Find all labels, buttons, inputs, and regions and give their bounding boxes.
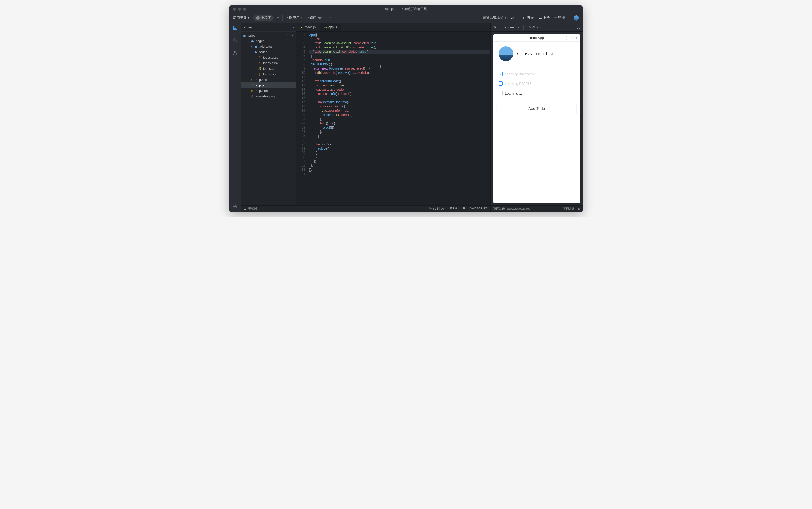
phone-icon: ▢	[523, 16, 526, 20]
linked-app-value[interactable]: 小程序Demo	[306, 15, 326, 20]
checkbox-icon[interactable]: ✓	[498, 72, 503, 76]
refresh-icon[interactable]: ⟳	[511, 15, 514, 20]
compile-mode-selector[interactable]: 普通编译模式 ▼	[483, 15, 507, 20]
checkbox-icon[interactable]: ✓	[498, 81, 503, 86]
code-area[interactable]: 1234567891011121314151617181920212223242…	[296, 32, 490, 205]
checkbox-icon[interactable]: ✓	[498, 91, 503, 95]
minimize-dot[interactable]	[238, 8, 241, 10]
language[interactable]: JAVASCRIPT	[470, 207, 487, 211]
page-params[interactable]: 页面参数	[563, 207, 575, 211]
file-app-json[interactable]: {}app.json	[241, 88, 296, 94]
tab-todos-js[interactable]: JStodos.js	[296, 23, 320, 31]
folder-icon: 🖿	[255, 50, 258, 54]
svg-point-2	[235, 206, 236, 207]
json-file-icon: {}	[251, 89, 254, 92]
upload-button[interactable]: ☁ 上传	[538, 15, 550, 20]
box-icon: ▣	[243, 34, 246, 37]
preview-button[interactable]: ▢ 预览	[523, 15, 534, 20]
chevron-down-icon: ▼	[277, 16, 279, 19]
file-todos-axml[interactable]: ◇todos.axml	[241, 60, 296, 66]
device-screen: Todo App ⋯ ◎ Chris's Todo List ✓Learning…	[493, 34, 580, 203]
menu-icon[interactable]: ⋯	[566, 36, 572, 40]
close-dot[interactable]	[233, 8, 236, 10]
zoom-selector[interactable]: 100% ▼	[527, 26, 539, 29]
todos-list: ✓Learning Javascript✓Learning ES2016✓Lea…	[497, 69, 576, 98]
linked-app-label: 关联应用：	[286, 15, 303, 20]
titlebar: app.js —— 小程序开发者工具	[229, 5, 583, 13]
profile-avatar	[498, 46, 513, 61]
file-app-acss[interactable]: #app.acss	[241, 77, 296, 82]
todo-item[interactable]: ✓Learning ...	[497, 89, 576, 98]
document-icon: ▤	[554, 16, 557, 20]
json-file-icon: {}	[258, 73, 262, 76]
js-icon: JS	[300, 26, 303, 29]
cloud-upload-icon: ☁	[538, 16, 542, 20]
details-button[interactable]: ▤ 详情	[554, 15, 565, 20]
tree-root[interactable]: ▣ todos⟳＋	[241, 33, 296, 38]
file-tree: ▣ todos⟳＋▾🖿pages▸🖿add-todo▾🖿todos#todos.…	[241, 32, 296, 205]
preview-settings-icon[interactable]: ⚙	[493, 26, 496, 29]
new-file-icon[interactable]: ＋	[291, 33, 294, 38]
preview-panel: ⚙ iPhone 6 ▼ 100% ▼ ⛶ Todo App ⋯ ◎	[490, 23, 583, 212]
folder-icon: 🖿	[255, 45, 258, 48]
eol[interactable]: LF	[462, 207, 465, 211]
file-snapshot-png[interactable]: ▢snapshot.png	[241, 94, 296, 99]
sidebar-title: Project	[243, 26, 253, 29]
code-content[interactable]: App({ todos: [ { text: 'Learning Javascr…	[307, 32, 490, 205]
app-window: app.js —— 小程序开发者工具 应用类型： 小程序 ▼ 关联应用： 小程序…	[229, 5, 583, 212]
js-icon: JS	[324, 26, 327, 29]
chevron-right-icon: ›	[330, 16, 331, 19]
tab-app-js[interactable]: JSapp.js	[320, 23, 342, 31]
css-file-icon: #	[251, 78, 254, 81]
window-title: app.js —— 小程序开发者工具	[385, 7, 427, 11]
todo-item[interactable]: ✓Learning ES2016	[497, 79, 576, 89]
file-todos[interactable]: ▾🖿todos	[241, 49, 296, 55]
toolbar: 应用类型： 小程序 ▼ 关联应用： 小程序Demo › 普通编译模式 ▼ ⟳ ▢…	[229, 13, 583, 23]
encoding[interactable]: UTF-8	[449, 207, 457, 211]
file-pages[interactable]: ▾🖿pages	[241, 38, 296, 44]
file-app-js[interactable]: JSapp.js	[241, 82, 296, 88]
file-add-todo[interactable]: ▸🖿add-todo	[241, 44, 296, 49]
page-route[interactable]: 页面路径 pages/todos/todos	[493, 207, 530, 211]
beaker-icon[interactable]	[232, 50, 238, 56]
js-file-icon: JS	[251, 84, 254, 87]
explorer-icon[interactable]	[232, 25, 238, 31]
editor-status-bar: 行 5，列 26 UTF-8 LF JAVASCRIPT	[296, 205, 490, 212]
editor: JStodos.jsJSapp.js 123456789101112131415…	[296, 23, 490, 212]
todo-item[interactable]: ✓Learning Javascript	[497, 69, 576, 79]
html-file-icon: ◇	[258, 62, 262, 65]
cursor-position[interactable]: 行 5，列 26	[429, 207, 444, 211]
device-selector[interactable]: iPhone 6 ▼	[504, 26, 520, 29]
text-cursor-icon: I	[380, 64, 381, 68]
add-todo-button[interactable]: Add Todo	[497, 103, 576, 113]
gutter: 1234567891011121314151617181920212223242…	[296, 32, 307, 205]
app-type-selector[interactable]: 小程序	[253, 15, 274, 21]
list-title: Chris's Todo List	[517, 51, 553, 57]
collapse-icon[interactable]: ⇥	[291, 26, 294, 29]
file-todos-json[interactable]: {}todos.json	[241, 71, 296, 77]
file-todos-js[interactable]: JStodos.js	[241, 66, 296, 71]
gear-icon[interactable]	[232, 203, 238, 209]
file-todos-acss[interactable]: #todos.acss	[241, 55, 296, 60]
css-file-icon: #	[258, 56, 262, 59]
close-circle-icon[interactable]: ◎	[573, 36, 578, 40]
sidebar: Project ⇥ ▣ todos⟳＋▾🖿pages▸🖿add-todo▾🖿to…	[241, 23, 296, 212]
svg-point-1	[234, 39, 236, 41]
js-file-icon: JS	[258, 67, 262, 70]
refresh-icon[interactable]: ⟳	[286, 33, 289, 38]
user-avatar[interactable]	[574, 15, 579, 21]
folder-icon: 🖿	[251, 39, 254, 43]
activity-bar	[229, 23, 241, 212]
img-file-icon: ▢	[251, 95, 254, 98]
editor-tabs: JStodos.jsJSapp.js	[296, 23, 490, 32]
app-header-title: Todo App	[529, 36, 544, 40]
preview-expand-icon[interactable]: ⛶	[577, 26, 580, 29]
debugger-toggle[interactable]: ☰调试器	[244, 207, 257, 211]
search-icon[interactable]	[232, 37, 238, 43]
app-type-label: 应用类型：	[233, 15, 250, 20]
grid-icon[interactable]: ▦	[577, 207, 580, 210]
zoom-dot[interactable]	[243, 8, 246, 10]
